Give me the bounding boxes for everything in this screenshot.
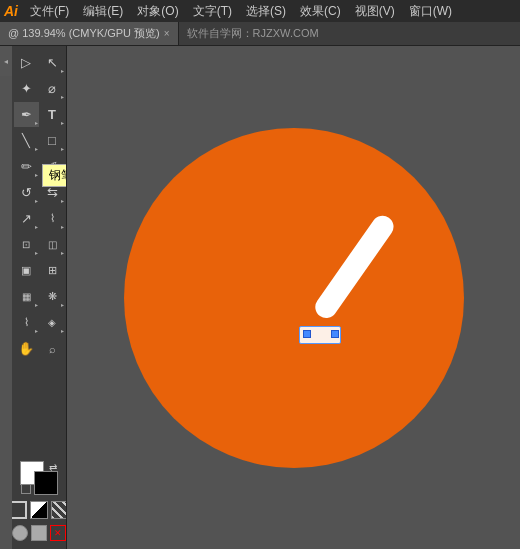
active-tab[interactable]: @ 139.94% (CMYK/GPU 预览) × bbox=[0, 22, 179, 45]
menu-type[interactable]: 文字(T) bbox=[187, 1, 238, 22]
tab-bar: @ 139.94% (CMYK/GPU 预览) × 软件自学网：RJZXW.CO… bbox=[0, 22, 520, 46]
sub-arrow: ▸ bbox=[61, 93, 64, 100]
eyedropper-tool[interactable]: ⌇ ▸ bbox=[14, 310, 39, 335]
tab-label: @ 139.94% (CMYK/GPU 预览) bbox=[8, 26, 160, 41]
toolbar-collapse[interactable]: ◂ bbox=[0, 46, 12, 76]
tool-row-6: ↺ ▸ ⇆ ▸ bbox=[12, 180, 66, 205]
graph-tool[interactable]: ▦ ▸ bbox=[14, 284, 39, 309]
sub-arrow: ▸ bbox=[61, 171, 64, 178]
scale-tool[interactable]: ↗ ▸ bbox=[14, 206, 39, 231]
hand-tool[interactable]: ✋ bbox=[14, 336, 39, 361]
mode-btn-1[interactable] bbox=[12, 525, 28, 541]
sub-arrow: ▸ bbox=[35, 119, 38, 126]
sub-arrow: ▸ bbox=[61, 197, 64, 204]
rect-tool[interactable]: □ ▸ bbox=[40, 128, 65, 153]
zoom-tool[interactable]: ⌕ bbox=[40, 336, 65, 361]
menu-select[interactable]: 选择(S) bbox=[240, 1, 292, 22]
tool-row-10: ▦ ▸ ❋ ▸ bbox=[12, 284, 66, 309]
anchor-point-left bbox=[303, 330, 311, 338]
tool-row-9: ▣ ⊞ bbox=[12, 258, 66, 283]
tab-close[interactable]: × bbox=[164, 28, 170, 39]
menu-effect[interactable]: 效果(C) bbox=[294, 1, 347, 22]
tool-row-2: ✦ ⌀ ▸ bbox=[12, 76, 66, 101]
symbol-tool[interactable]: ❋ ▸ bbox=[40, 284, 65, 309]
sub-arrow: ▸ bbox=[61, 119, 64, 126]
gradient-swatch[interactable] bbox=[30, 501, 48, 519]
anchor-node bbox=[299, 326, 339, 344]
rotate-tool[interactable]: ↺ ▸ bbox=[14, 180, 39, 205]
artwork-container bbox=[124, 128, 464, 468]
sub-arrow: ▸ bbox=[35, 249, 38, 256]
sub-arrow: ▸ bbox=[35, 145, 38, 152]
sub-arrow: ▸ bbox=[35, 327, 38, 334]
lasso-tool[interactable]: ⌀ ▸ bbox=[40, 76, 65, 101]
color-swatches: ⇄ ✕ bbox=[12, 461, 67, 545]
tool-row-12: ✋ ⌕ bbox=[12, 336, 66, 361]
background-color[interactable] bbox=[34, 471, 58, 495]
sub-arrow: ▸ bbox=[35, 223, 38, 230]
reflect-tool[interactable]: ⇆ ▸ bbox=[40, 180, 65, 205]
mode-btn-3[interactable]: ✕ bbox=[50, 525, 66, 541]
menu-bar: Ai 文件(F) 编辑(E) 对象(O) 文字(T) 选择(S) 效果(C) 视… bbox=[0, 0, 520, 22]
menu-file[interactable]: 文件(F) bbox=[24, 1, 75, 22]
tool-row-3: ✒ ▸ T ▸ bbox=[12, 102, 66, 127]
blend-tool[interactable]: ◈ ▸ bbox=[40, 310, 65, 335]
shape-builder-tool[interactable]: ◫ ▸ bbox=[40, 232, 65, 257]
line-tool[interactable]: ╲ ▸ bbox=[14, 128, 39, 153]
sub-arrow: ▸ bbox=[61, 249, 64, 256]
pencil-tool[interactable]: ✐ ▸ bbox=[40, 154, 65, 179]
site-info: 软件自学网：RJZXW.COM bbox=[179, 26, 520, 41]
pen-tool[interactable]: ✒ ▸ bbox=[14, 102, 39, 127]
orange-circle bbox=[124, 128, 464, 468]
selection-tool[interactable]: ▷ bbox=[14, 50, 39, 75]
tool-row-11: ⌇ ▸ ◈ ▸ bbox=[12, 310, 66, 335]
tool-row-1: ▷ ↖ ▸ bbox=[12, 50, 66, 75]
app-logo: Ai bbox=[4, 3, 18, 19]
gradient-tool[interactable]: ▣ bbox=[14, 258, 39, 283]
sub-arrow: ▸ bbox=[61, 67, 64, 74]
mesh-tool[interactable]: ⊞ bbox=[40, 258, 65, 283]
magic-wand-tool[interactable]: ✦ bbox=[14, 76, 39, 101]
none-color[interactable] bbox=[12, 501, 27, 519]
sub-arrow: ▸ bbox=[61, 327, 64, 334]
menu-edit[interactable]: 编辑(E) bbox=[77, 1, 129, 22]
sub-arrow: ▸ bbox=[61, 223, 64, 230]
sub-arrow: ▸ bbox=[35, 301, 38, 308]
warp-tool[interactable]: ⌇ ▸ bbox=[40, 206, 65, 231]
sub-arrow: ▸ bbox=[61, 301, 64, 308]
mode-btn-2[interactable] bbox=[31, 525, 47, 541]
menu-object[interactable]: 对象(O) bbox=[131, 1, 184, 22]
free-transform-tool[interactable]: ⊡ ▸ bbox=[14, 232, 39, 257]
sub-arrow: ▸ bbox=[35, 171, 38, 178]
sub-arrow: ▸ bbox=[35, 197, 38, 204]
reset-colors[interactable] bbox=[21, 484, 31, 494]
tool-row-4: ╲ ▸ □ ▸ bbox=[12, 128, 66, 153]
left-toolbar: ▷ ↖ ▸ ✦ ⌀ ▸ ✒ ▸ T ▸ bbox=[12, 46, 67, 549]
anchor-point-right bbox=[331, 330, 339, 338]
swap-colors[interactable]: ⇄ bbox=[49, 462, 57, 473]
canvas-area[interactable] bbox=[67, 46, 520, 549]
menu-window[interactable]: 窗口(W) bbox=[403, 1, 458, 22]
pattern-swatch[interactable] bbox=[51, 501, 67, 519]
paintbrush-tool[interactable]: ✏ ▸ bbox=[14, 154, 39, 179]
type-tool[interactable]: T ▸ bbox=[40, 102, 65, 127]
direct-selection-tool[interactable]: ↖ ▸ bbox=[40, 50, 65, 75]
main-layout: ◂ ▷ ↖ ▸ ✦ ⌀ ▸ ✒ ▸ bbox=[0, 46, 520, 549]
tool-row-5: ✏ ▸ ✐ ▸ bbox=[12, 154, 66, 179]
tool-row-7: ↗ ▸ ⌇ ▸ bbox=[12, 206, 66, 231]
tool-row-8: ⊡ ▸ ◫ ▸ bbox=[12, 232, 66, 257]
menu-view[interactable]: 视图(V) bbox=[349, 1, 401, 22]
sub-arrow: ▸ bbox=[61, 145, 64, 152]
